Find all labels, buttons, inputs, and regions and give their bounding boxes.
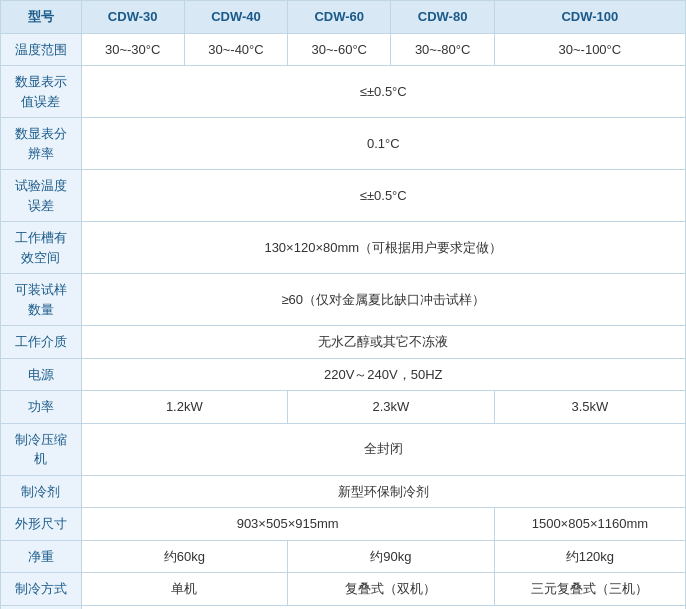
table-row: 试验温度误差≤±0.5°C [1, 170, 686, 222]
row-label: 数显表分辨率 [1, 118, 81, 170]
row-label: 温度范围 [1, 33, 81, 66]
row-label: 工作槽有效空间 [1, 222, 81, 274]
cell-value: 30~-100°C [494, 33, 685, 66]
cell-value: 220V～240V，50HZ [81, 358, 686, 391]
table-row: 数显表分辨率0.1°C [1, 118, 686, 170]
table-row: 制冷方式单机复叠式（双机）三元复叠式（三机） [1, 573, 686, 606]
table-row: 电源220V～240V，50HZ [1, 358, 686, 391]
spec-table-container: 型号CDW-30CDW-40CDW-60CDW-80CDW-100温度范围30~… [0, 0, 686, 609]
cell-value: ≤±0.5°C [81, 66, 686, 118]
header-model: CDW-100 [494, 1, 685, 33]
cell-value: 30~-60°C [288, 33, 391, 66]
cell-value: 约120kg [494, 540, 685, 573]
table-row: 净重约60kg约90kg约120kg [1, 540, 686, 573]
row-label: 数显表示值误差 [1, 66, 81, 118]
header-model: CDW-40 [184, 1, 287, 33]
cell-value: 约60kg [81, 540, 288, 573]
cell-value: 30~-30°C [81, 33, 184, 66]
table-row: 工作介质无水乙醇或其它不冻液 [1, 326, 686, 359]
table-row: 主要用途金属夏比缺口冲击试验 [1, 605, 686, 609]
row-label: 制冷剂 [1, 475, 81, 508]
row-label: 电源 [1, 358, 81, 391]
row-label: 主要用途 [1, 605, 81, 609]
table-row: 工作槽有效空间130×120×80mm（可根据用户要求定做） [1, 222, 686, 274]
header-model: CDW-30 [81, 1, 184, 33]
cell-value: 30~-40°C [184, 33, 287, 66]
cell-value: 30~-80°C [391, 33, 494, 66]
cell-value: 约90kg [288, 540, 495, 573]
cell-value: 2.3kW [288, 391, 495, 424]
row-label: 制冷压缩机 [1, 423, 81, 475]
cell-value: 新型环保制冷剂 [81, 475, 686, 508]
cell-value: 1500×805×1160mm [494, 508, 685, 541]
cell-value: ≥60（仅对金属夏比缺口冲击试样） [81, 274, 686, 326]
cell-value: 金属夏比缺口冲击试验 [81, 605, 686, 609]
header-label: 型号 [1, 1, 81, 33]
spec-table: 型号CDW-30CDW-40CDW-60CDW-80CDW-100温度范围30~… [1, 1, 686, 609]
row-label: 净重 [1, 540, 81, 573]
table-row: 外形尺寸903×505×915mm1500×805×1160mm [1, 508, 686, 541]
row-label: 制冷方式 [1, 573, 81, 606]
header-model: CDW-80 [391, 1, 494, 33]
row-label: 功率 [1, 391, 81, 424]
cell-value: 复叠式（双机） [288, 573, 495, 606]
table-row: 制冷压缩机全封闭 [1, 423, 686, 475]
table-row: 数显表示值误差≤±0.5°C [1, 66, 686, 118]
cell-value: 130×120×80mm（可根据用户要求定做） [81, 222, 686, 274]
row-label: 外形尺寸 [1, 508, 81, 541]
cell-value: 单机 [81, 573, 288, 606]
row-label: 工作介质 [1, 326, 81, 359]
row-label: 试验温度误差 [1, 170, 81, 222]
header-model: CDW-60 [288, 1, 391, 33]
cell-value: 全封闭 [81, 423, 686, 475]
cell-value: 3.5kW [494, 391, 685, 424]
row-label: 可装试样数量 [1, 274, 81, 326]
table-row: 可装试样数量≥60（仅对金属夏比缺口冲击试样） [1, 274, 686, 326]
table-row: 功率1.2kW2.3kW3.5kW [1, 391, 686, 424]
cell-value: 无水乙醇或其它不冻液 [81, 326, 686, 359]
table-row: 温度范围30~-30°C30~-40°C30~-60°C30~-80°C30~-… [1, 33, 686, 66]
table-row: 制冷剂新型环保制冷剂 [1, 475, 686, 508]
cell-value: 1.2kW [81, 391, 288, 424]
cell-value: 903×505×915mm [81, 508, 494, 541]
cell-value: 三元复叠式（三机） [494, 573, 685, 606]
cell-value: ≤±0.5°C [81, 170, 686, 222]
cell-value: 0.1°C [81, 118, 686, 170]
